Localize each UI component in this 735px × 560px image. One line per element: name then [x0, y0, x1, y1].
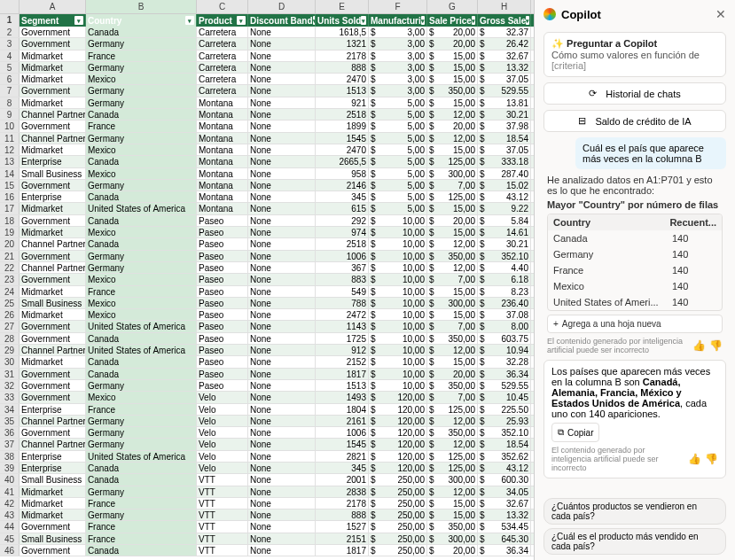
cell-country[interactable]: Canada [86, 27, 197, 37]
cell-country[interactable]: Germany [86, 509, 197, 520]
cell-gross-sale[interactable]: $529.55 [478, 380, 531, 391]
cell-discount[interactable]: None [248, 97, 316, 108]
row-number[interactable]: 45 [0, 533, 20, 544]
suggestion-chip-2[interactable]: ¿Cuál es el producto más vendido en cada… [543, 528, 726, 555]
cell-manufacturing[interactable]: $10,00 [369, 356, 427, 367]
table-row[interactable]: 43 Midmarket Germany VTT None 888 $250,0… [0, 509, 534, 521]
cell-gross-sale[interactable]: $333.18 [478, 156, 531, 167]
cell-units[interactable]: 1527 [316, 521, 369, 532]
add-to-sheet-button[interactable]: Agrega a una hoja nueva [547, 315, 723, 333]
cell-country[interactable]: Canada [86, 156, 197, 167]
cell-manufacturing[interactable]: $3,00 [369, 38, 427, 49]
cell-product[interactable]: Carretera [197, 85, 248, 96]
cell-gross-sale[interactable]: $18.54 [478, 439, 531, 449]
cell-product[interactable]: Paseo [197, 356, 248, 367]
cell-gross-sale[interactable]: $8.23 [478, 286, 531, 297]
cell-product[interactable]: Velo [197, 404, 248, 415]
cell-sale-price[interactable]: $15,00 [427, 51, 478, 61]
header-cell[interactable]: Segment▾ [20, 14, 86, 27]
cell-segment[interactable]: Government [20, 545, 86, 556]
cell-units[interactable]: 1545 [316, 133, 369, 144]
cell-sale-price[interactable]: $350,00 [427, 251, 478, 261]
cell-discount[interactable]: None [248, 191, 316, 202]
cell-gross-sale[interactable]: $15.02 [478, 180, 531, 191]
cell-units[interactable]: 2001 [316, 474, 369, 485]
header-cell[interactable]: Country▾ [86, 14, 197, 27]
table-row[interactable]: 46 Government Canada VTT None 1817 $250,… [0, 545, 534, 556]
col-header-F[interactable]: F [369, 0, 427, 13]
cell-units[interactable]: 912 [316, 345, 369, 355]
cell-gross-sale[interactable]: $30.21 [478, 109, 531, 120]
cell-units[interactable]: 1493 [316, 392, 369, 402]
cell-segment[interactable]: Government [20, 121, 86, 131]
cell-sale-price[interactable]: $12,00 [427, 109, 478, 120]
table-row[interactable]: 6 Midmarket Mexico Carretera None 2470 $… [0, 74, 534, 85]
cell-gross-sale[interactable]: $529.55 [478, 85, 531, 96]
row-number[interactable]: 39 [0, 463, 20, 473]
cell-product[interactable]: VTT [197, 486, 248, 497]
cell-country[interactable]: United States of America [86, 345, 197, 355]
row-number[interactable]: 41 [0, 486, 20, 497]
cell-product[interactable]: Paseo [197, 309, 248, 320]
cell-sale-price[interactable]: $350,00 [427, 333, 478, 344]
cell-discount[interactable]: None [248, 168, 316, 179]
cell-gross-sale[interactable]: $10.94 [478, 345, 531, 355]
cell-discount[interactable]: None [248, 509, 316, 520]
cell-country[interactable]: Germany [86, 262, 197, 273]
cell-product[interactable]: Velo [197, 392, 248, 402]
cell-gross-sale[interactable]: $13.32 [478, 509, 531, 520]
ai-credit-button[interactable]: Saldo de crédito de IA [543, 110, 726, 132]
table-row[interactable]: 13 Enterprise Canada Montana None 2665,5… [0, 156, 534, 167]
row-number[interactable]: 37 [0, 439, 20, 449]
cell-units[interactable]: 345 [316, 191, 369, 202]
cell-country[interactable]: Canada [86, 238, 197, 249]
header-cell[interactable]: Gross Sale▾ [478, 14, 531, 27]
cell-country[interactable]: Canada [86, 109, 197, 120]
cell-sale-price[interactable]: $15,00 [427, 144, 478, 155]
table-row[interactable]: 20 Channel Partners Canada Paseo None 25… [0, 238, 534, 250]
cell-gross-sale[interactable]: $26.42 [478, 38, 531, 49]
cell-country[interactable]: Germany [86, 180, 197, 191]
cell-sale-price[interactable]: $125,00 [427, 451, 478, 462]
cell-segment[interactable]: Midmarket [20, 97, 86, 108]
cell-sale-price[interactable]: $15,00 [427, 498, 478, 509]
cell-gross-sale[interactable]: $352.10 [478, 427, 531, 438]
filter-icon[interactable]: ▾ [237, 16, 246, 25]
cell-sale-price[interactable]: $7,00 [427, 274, 478, 284]
row-number[interactable]: 36 [0, 427, 20, 438]
cell-segment[interactable]: Government [20, 333, 86, 344]
cell-country[interactable]: Germany [86, 133, 197, 144]
cell-discount[interactable]: None [248, 380, 316, 391]
cell-sale-price[interactable]: $15,00 [427, 286, 478, 297]
cell-segment[interactable]: Midmarket [20, 74, 86, 84]
cell-units[interactable]: 1817 [316, 369, 369, 379]
cell-country[interactable]: Germany [86, 85, 197, 96]
cell-sale-price[interactable]: $350,00 [427, 85, 478, 96]
row-number[interactable]: 18 [0, 215, 20, 226]
cell-product[interactable]: Carretera [197, 51, 248, 61]
cell-sale-price[interactable]: $300,00 [427, 298, 478, 308]
row-number[interactable]: 17 [0, 203, 20, 214]
suggestion-card[interactable]: ✨ Preguntar a Copilot Cómo sumo valores … [543, 32, 726, 77]
cell-discount[interactable]: None [248, 427, 316, 438]
cell-sale-price[interactable]: $15,00 [427, 62, 478, 73]
cell-discount[interactable]: None [248, 109, 316, 120]
cell-discount[interactable]: None [248, 451, 316, 462]
table-row[interactable]: 16 Enterprise Canada Montana None 345 $5… [0, 191, 534, 203]
cell-sale-price[interactable]: $20,00 [427, 121, 478, 131]
cell-country[interactable]: Canada [86, 356, 197, 367]
table-row[interactable]: 27 Government United States of America P… [0, 321, 534, 332]
cell-gross-sale[interactable]: $534.45 [478, 521, 531, 532]
row-number[interactable]: 32 [0, 380, 20, 391]
cell-units[interactable]: 2518 [316, 238, 369, 249]
cell-sale-price[interactable]: $125,00 [427, 191, 478, 202]
cell-country[interactable]: France [86, 521, 197, 532]
cell-sale-price[interactable]: $15,00 [427, 203, 478, 214]
cell-product[interactable]: Paseo [197, 227, 248, 237]
cell-units[interactable]: 888 [316, 62, 369, 73]
close-icon[interactable]: ✕ [715, 7, 726, 21]
cell-country[interactable]: Germany [86, 416, 197, 426]
row-number[interactable]: 26 [0, 309, 20, 320]
cell-segment[interactable]: Small Business [20, 168, 86, 179]
cell-country[interactable]: Germany [86, 439, 197, 449]
